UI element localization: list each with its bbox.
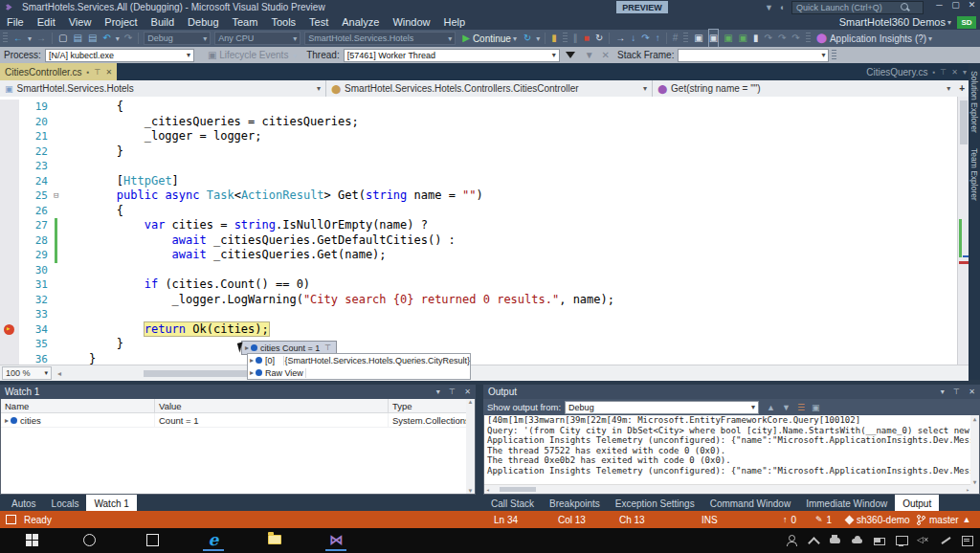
visual-studio-taskbar-icon[interactable]: ⋈ [322,528,350,551]
type-dropdown[interactable]: ⬤ SmartHotel.Services.Hotels.Controllers… [326,80,653,97]
code-text[interactable] [61,307,957,322]
tab-watch-1[interactable]: Watch 1 [86,495,136,511]
tab-exception-settings[interactable]: Exception Settings [608,495,702,511]
menu-file[interactable]: File [0,16,31,28]
output-content[interactable]: [40m[1m[33mwarn[39m[22m[49m: Microsoft.E… [483,415,980,495]
expand-icon[interactable]: ▸ [5,416,9,425]
breakpoint-margin[interactable] [0,100,19,115]
breakpoint-margin[interactable] [0,115,19,130]
scroll-left-icon[interactable]: ◂ [57,369,61,378]
close-panel-icon[interactable]: ✕ [464,387,471,396]
il-view-icon[interactable]: # [673,30,679,47]
breakpoint-margin[interactable] [0,263,19,278]
environment-indicator[interactable]: sh360-demo [846,515,910,525]
breakpoint-margin[interactable] [0,144,19,160]
window-position-dropdown-icon[interactable]: ▾ [941,387,945,396]
account-name[interactable]: SmartHotel360 Demos [839,16,946,28]
new-file-icon[interactable]: ▢ [58,30,67,47]
navigate-back-dropdown-icon[interactable]: ▾ [28,34,32,43]
output-vertical-scrollbar[interactable]: ▲ ▼ [970,415,979,485]
people-tray-icon[interactable] [785,534,797,546]
battery-tray-icon[interactable] [873,534,885,546]
menu-view[interactable]: View [62,16,99,28]
attach-icon[interactable]: ▣ [724,30,732,47]
code-line[interactable]: 22 } [0,144,957,160]
output-panel-header[interactable]: Output ▾ ⊤ ✕ [483,385,980,399]
tab-command-window[interactable]: Command Window [702,495,798,511]
window-position-dropdown-icon[interactable]: ▾ [436,387,440,396]
tab-call-stack[interactable]: Call Stack [483,495,542,511]
breakpoint-margin[interactable] [0,248,19,263]
onedrive-tray-icon[interactable] [851,534,863,546]
tab-solution-explorer[interactable]: Solution Explorer [969,63,980,141]
flag-threads-icon[interactable]: ▼ [585,50,594,60]
cortana-button[interactable] [75,528,103,551]
restart-icon[interactable]: ↻ [595,30,603,47]
code-text[interactable]: [HttpGet] [61,174,957,189]
code-text[interactable]: return Ok(cities); [61,322,957,338]
datatip-pin-icon[interactable]: ⊤ [324,343,331,352]
code-line[interactable]: 26 { [0,204,957,219]
hidden-icons-chevron[interactable] [807,534,819,546]
notifications-filter-icon[interactable]: ▼ [765,3,773,12]
toolbar-grip[interactable] [563,33,568,44]
breakpoint-margin[interactable] [0,129,19,144]
code-text[interactable] [61,263,957,278]
restart-dropdown-icon[interactable]: ▾ [536,34,540,43]
code-text[interactable]: _citiesQueries = citiesQueries; [61,115,957,130]
code-text[interactable]: _logger = logger; [61,129,957,144]
watch-vertical-scrollbar[interactable]: ▲ ▼ [466,399,475,494]
restore-button[interactable]: ▢ [947,0,964,10]
datatip-row[interactable]: ▸[0]{SmartHotel.Services.Hotels.Queries.… [248,354,470,366]
tab-list-dropdown-icon[interactable]: ▾ [963,68,967,77]
scroll-left-icon[interactable]: ◂ [486,486,490,493]
account-avatar[interactable]: SD [957,16,976,29]
collapse-icon[interactable]: ⊟ [54,188,58,204]
code-text[interactable]: } [61,352,957,365]
scroll-up-icon[interactable]: ▲ [468,399,474,405]
menu-team[interactable]: Team [226,16,265,28]
code-text[interactable]: await _citiesQueries.Get(name); [61,248,957,263]
code-line[interactable]: 36 } [0,352,957,365]
undo-dropdown-icon[interactable]: ▾ [116,34,120,43]
watch-panel-header[interactable]: Watch 1 ▾ ⊤ ✕ [0,385,476,399]
code-line[interactable]: 31 if (cities.Count() == 0) [0,277,957,293]
tab-autos[interactable]: Autos [4,495,44,511]
code-text[interactable]: } [61,337,957,352]
pin-icon[interactable]: ⊤ [94,68,100,77]
platform-dropdown[interactable]: Any CPU ▾ [214,32,301,45]
application-insights-dropdown-icon[interactable]: ▾ [928,34,932,43]
close-button[interactable]: ✕ [964,0,980,10]
clear-bookmarks-icon[interactable]: ↷ [791,30,799,47]
watch-row[interactable]: ▸citiesCount = 1System.Collections.Ge [1,413,475,428]
pin-icon[interactable]: ⊤ [449,387,456,396]
step-out-icon[interactable]: ↑ [656,30,660,47]
scroll-right-icon[interactable]: ▸ [966,486,969,493]
toolbar-grip[interactable] [683,33,688,44]
startup-project-dropdown[interactable]: SmartHotel.Services.Hotels ▾ [304,32,456,45]
step-into-icon[interactable]: ↓ [631,30,635,47]
menu-edit[interactable]: Edit [31,16,62,28]
edge-taskbar-icon[interactable]: e [199,528,228,551]
menu-debug[interactable]: Debug [181,16,225,28]
datatip-row[interactable]: ▸Raw View [248,366,470,379]
menu-help[interactable]: Help [437,16,473,28]
volume-muted-tray-icon[interactable]: ◁× [917,534,929,546]
watch-column-value[interactable]: Value [155,399,389,412]
step-over-icon[interactable]: ↷ [641,30,649,47]
breakpoint-margin[interactable] [0,174,19,189]
code-line[interactable]: 32 _logger.LogWarning("City search {0} r… [0,293,957,308]
code-line[interactable]: 35 } [0,337,957,352]
watch-table[interactable]: NameValueType ▸citiesCount = 1System.Col… [0,399,476,495]
scroll-down-icon[interactable]: ▼ [468,488,474,494]
breakpoint-margin[interactable] [0,233,19,249]
split-editor-button[interactable]: + [955,83,969,94]
next-bookmark-icon[interactable]: ↷ [778,30,786,47]
menu-analyze[interactable]: Analyze [335,16,386,28]
navigate-back-icon[interactable]: ← [13,30,23,47]
toolbar-grip[interactable] [806,33,811,44]
member-dropdown[interactable]: ⬤ Get(string name = "") ▾ [653,80,955,97]
feedback-icon[interactable]: ◖ [779,3,784,12]
pin-icon[interactable]: ⊤ [940,68,947,77]
tab-output[interactable]: Output [895,495,939,511]
